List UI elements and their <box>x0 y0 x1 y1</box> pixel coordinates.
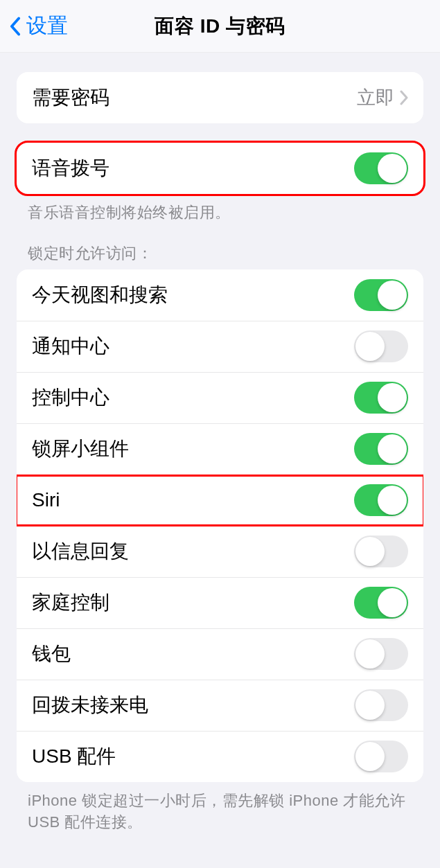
lock-row-today: 今天视图和搜索 <box>17 269 423 321</box>
lock-row-control: 控制中心 <box>17 372 423 423</box>
back-label: 设置 <box>26 12 68 40</box>
voice-dial-footnote: 音乐语音控制将始终被启用。 <box>28 202 412 224</box>
lock-row-label-notifications: 通知中心 <box>32 333 354 360</box>
lock-row-siri: Siri <box>17 475 423 526</box>
lock-toggle-widgets[interactable] <box>354 433 408 465</box>
lock-section-footnote: iPhone 锁定超过一小时后，需先解锁 iPhone 才能允许 USB 配件连… <box>28 790 412 833</box>
lock-row-label-siri: Siri <box>32 489 354 511</box>
lock-row-notifications: 通知中心 <box>17 321 423 372</box>
lock-toggle-control[interactable] <box>354 382 408 414</box>
lock-row-label-callback: 回拨未接来电 <box>32 692 354 718</box>
require-passcode-value: 立即 <box>357 85 394 110</box>
voice-dial-row: 语音拨号 <box>17 143 423 194</box>
lock-toggle-callback[interactable] <box>354 689 408 721</box>
back-button[interactable]: 设置 <box>0 12 75 40</box>
lock-toggle-usb[interactable] <box>354 741 408 772</box>
nav-bar: 设置 面容 ID 与密码 <box>0 0 440 53</box>
lock-toggle-notifications[interactable] <box>354 330 408 362</box>
require-passcode-group: 需要密码 立即 <box>17 72 423 123</box>
lock-row-label-wallet: 钱包 <box>32 641 354 667</box>
lock-toggle-reply[interactable] <box>354 535 408 567</box>
lock-row-usb: USB 配件 <box>17 731 423 782</box>
lock-row-widgets: 锁屏小组件 <box>17 423 423 475</box>
require-passcode-label: 需要密码 <box>32 85 357 111</box>
lock-row-label-widgets: 锁屏小组件 <box>32 436 354 462</box>
lock-toggle-siri[interactable] <box>354 484 408 516</box>
lock-row-label-usb: USB 配件 <box>32 743 354 770</box>
lock-access-group: 今天视图和搜索通知中心控制中心锁屏小组件Siri以信息回复家庭控制钱包回拨未接来… <box>17 269 423 782</box>
voice-dial-label: 语音拨号 <box>32 155 354 181</box>
chevron-left-icon <box>10 17 21 36</box>
lock-row-reply: 以信息回复 <box>17 526 423 577</box>
lock-row-wallet: 钱包 <box>17 628 423 680</box>
lock-toggle-today[interactable] <box>354 279 408 311</box>
voice-dial-toggle[interactable] <box>354 152 408 184</box>
voice-dial-group: 语音拨号 <box>17 143 423 194</box>
lock-section-header: 锁定时允许访问： <box>28 243 412 264</box>
chevron-right-icon <box>400 90 408 105</box>
page-title: 面容 ID 与密码 <box>155 13 285 39</box>
lock-row-label-control: 控制中心 <box>32 384 354 411</box>
lock-toggle-wallet[interactable] <box>354 638 408 670</box>
lock-toggle-home[interactable] <box>354 587 408 619</box>
require-passcode-row[interactable]: 需要密码 立即 <box>17 72 423 123</box>
lock-row-home: 家庭控制 <box>17 577 423 628</box>
lock-row-label-today: 今天视图和搜索 <box>32 282 354 308</box>
lock-row-label-home: 家庭控制 <box>32 590 354 616</box>
lock-row-callback: 回拨未接来电 <box>17 680 423 731</box>
lock-row-label-reply: 以信息回复 <box>32 538 354 565</box>
